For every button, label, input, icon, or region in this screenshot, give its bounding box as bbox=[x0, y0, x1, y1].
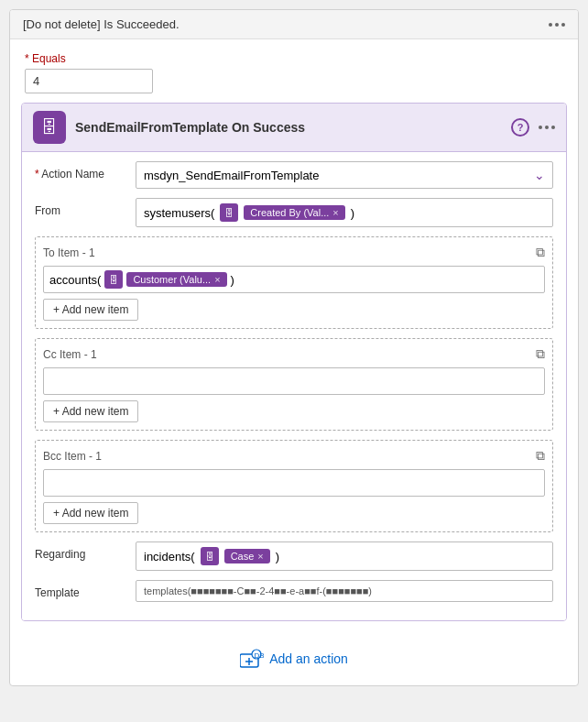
bcc-copy-icon[interactable]: ⧉ bbox=[536, 448, 545, 464]
action-body: * Action Name msdyn_SendEmailFromTemplat… bbox=[22, 152, 566, 620]
add-action-svg-icon: DB bbox=[240, 649, 264, 669]
from-prefix: systemusers( bbox=[144, 206, 214, 220]
to-db-icon: 🗄 bbox=[104, 270, 123, 289]
bcc-item-input[interactable] bbox=[43, 469, 545, 497]
from-tag: Created By (Val... × bbox=[244, 205, 344, 220]
regarding-prefix: incidents( bbox=[144, 550, 195, 563]
regarding-db-icon: 🗄 bbox=[201, 547, 219, 565]
from-input[interactable]: systemusers( 🗄 Created By (Val... × ) bbox=[136, 198, 553, 227]
bcc-item-section-header: Bcc Item - 1 ⧉ bbox=[43, 448, 545, 464]
regarding-suffix: ) bbox=[276, 550, 279, 563]
to-tag-label: Customer (Valu... bbox=[133, 274, 211, 285]
action-more-options[interactable] bbox=[539, 126, 555, 129]
action-card: 🗄 SendEmailFromTemplate On Success ? * A… bbox=[21, 103, 567, 621]
template-input[interactable]: templates(■■■■■■■-C■■-2-4■■-e-a■■f-(■■■■… bbox=[136, 580, 553, 602]
svg-text:DB: DB bbox=[255, 651, 265, 660]
action-name-label: * Action Name bbox=[35, 161, 126, 180]
header-bar: [Do not delete] Is Succeeded. bbox=[10, 10, 578, 39]
regarding-tag-label: Case bbox=[231, 551, 255, 562]
cc-item-section: Cc Item - 1 ⧉ + Add new item bbox=[35, 338, 553, 431]
add-action-button[interactable]: DB Add an action bbox=[240, 649, 348, 669]
regarding-input[interactable]: incidents( 🗄 Case × ) bbox=[136, 542, 553, 571]
regarding-label: Regarding bbox=[35, 542, 126, 561]
from-suffix: ) bbox=[351, 206, 354, 220]
add-action-icon-wrapper: DB bbox=[240, 649, 264, 669]
to-tag: Customer (Valu... × bbox=[126, 272, 226, 287]
header-more-options[interactable] bbox=[549, 23, 565, 27]
add-action-footer: DB Add an action bbox=[10, 632, 578, 685]
to-copy-icon[interactable]: ⧉ bbox=[536, 245, 545, 260]
from-row: From systemusers( 🗄 Created By (Val... ×… bbox=[35, 198, 553, 227]
help-icon[interactable]: ? bbox=[511, 118, 529, 137]
database-icon: 🗄 bbox=[41, 118, 58, 137]
action-card-title: SendEmailFromTemplate On Success bbox=[75, 120, 502, 135]
action-name-row: * Action Name msdyn_SendEmailFromTemplat… bbox=[35, 161, 553, 189]
template-row: Template templates(■■■■■■■-C■■-2-4■■-e-a… bbox=[35, 580, 553, 602]
to-suffix: ) bbox=[231, 273, 234, 287]
cc-item-label: Cc Item - 1 bbox=[43, 348, 97, 361]
bcc-item-label: Bcc Item - 1 bbox=[43, 450, 102, 463]
to-item-label: To Item - 1 bbox=[43, 246, 95, 259]
action-header-icons: ? bbox=[511, 118, 555, 137]
to-item-section: To Item - 1 ⧉ accounts( 🗄 Customer (Valu… bbox=[35, 236, 553, 329]
cc-copy-icon[interactable]: ⧉ bbox=[536, 346, 545, 362]
action-header: 🗄 SendEmailFromTemplate On Success ? bbox=[22, 104, 566, 152]
add-action-label: Add an action bbox=[269, 651, 348, 666]
cc-item-input[interactable] bbox=[43, 367, 545, 395]
to-item-section-header: To Item - 1 ⧉ bbox=[43, 245, 545, 260]
main-card: [Do not delete] Is Succeeded. * Equals 🗄… bbox=[9, 9, 579, 686]
action-name-input[interactable]: msdyn_SendEmailFromTemplate ⌄ bbox=[136, 161, 553, 189]
cc-item-section-header: Cc Item - 1 ⧉ bbox=[43, 346, 545, 362]
equals-section: * Equals bbox=[10, 39, 578, 103]
to-add-new-item-button[interactable]: + Add new item bbox=[43, 299, 138, 321]
action-name-value: msdyn_SendEmailFromTemplate bbox=[144, 169, 319, 182]
template-label: Template bbox=[35, 580, 126, 599]
from-db-icon: 🗄 bbox=[220, 203, 238, 222]
from-tag-close[interactable]: × bbox=[332, 207, 338, 218]
regarding-tag: Case × bbox=[224, 549, 270, 563]
cc-add-new-item-button[interactable]: + Add new item bbox=[43, 400, 138, 422]
regarding-tag-close[interactable]: × bbox=[257, 551, 263, 562]
bcc-add-new-item-button[interactable]: + Add new item bbox=[43, 502, 138, 524]
from-tag-label: Created By (Val... bbox=[250, 207, 329, 218]
regarding-row: Regarding incidents( 🗄 Case × ) bbox=[35, 542, 553, 571]
bcc-item-section: Bcc Item - 1 ⧉ + Add new item bbox=[35, 440, 553, 532]
to-tag-close[interactable]: × bbox=[214, 274, 220, 285]
action-name-dropdown-arrow[interactable]: ⌄ bbox=[534, 168, 545, 182]
help-label: ? bbox=[517, 122, 524, 133]
equals-input[interactable] bbox=[25, 69, 153, 93]
to-item-input[interactable]: accounts( 🗄 Customer (Valu... × ) bbox=[43, 266, 545, 293]
template-value: templates(■■■■■■■-C■■-2-4■■-e-a■■f-(■■■■… bbox=[144, 585, 372, 596]
action-card-icon: 🗄 bbox=[33, 111, 66, 144]
equals-label: * Equals bbox=[25, 52, 563, 65]
from-label: From bbox=[35, 198, 126, 217]
header-title: [Do not delete] Is Succeeded. bbox=[23, 17, 180, 31]
to-prefix: accounts( bbox=[49, 273, 101, 287]
